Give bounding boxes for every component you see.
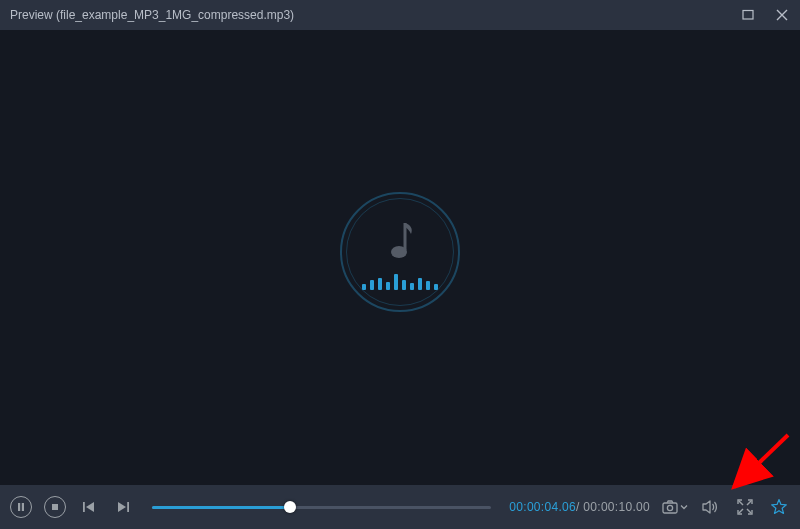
close-icon [776, 9, 788, 21]
stop-button[interactable] [44, 496, 66, 518]
favorite-button[interactable] [768, 496, 790, 518]
equalizer-icon [362, 272, 438, 290]
next-track-icon [116, 500, 130, 514]
svg-point-8 [667, 505, 672, 510]
svg-rect-5 [83, 502, 85, 512]
maximize-icon [742, 9, 754, 21]
current-time: 00:00:04.06 [509, 500, 576, 514]
next-button[interactable] [112, 496, 134, 518]
video-area[interactable] [0, 30, 800, 485]
svg-rect-4 [52, 504, 58, 510]
svg-rect-6 [127, 502, 129, 512]
preview-window: Preview (file_example_MP3_1MG_compressed… [0, 0, 800, 529]
chevron-down-icon [680, 503, 688, 511]
svg-rect-3 [22, 503, 24, 511]
window-title: Preview (file_example_MP3_1MG_compressed… [10, 8, 722, 22]
pause-button[interactable] [10, 496, 32, 518]
snapshot-button[interactable] [662, 496, 688, 518]
pause-icon [17, 503, 25, 511]
time-display: 00:00:04.06/ 00:00:10.00 [509, 500, 650, 514]
duration: 00:00:10.00 [583, 500, 650, 514]
svg-rect-0 [743, 11, 753, 20]
progress-fill [152, 506, 290, 509]
maximize-button[interactable] [740, 7, 756, 23]
fullscreen-icon [737, 499, 753, 515]
close-button[interactable] [774, 7, 790, 23]
svg-rect-2 [18, 503, 20, 511]
star-icon [770, 498, 788, 516]
stop-icon [51, 503, 59, 511]
volume-icon [702, 499, 720, 515]
previous-button[interactable] [78, 496, 100, 518]
progress-bar[interactable] [152, 497, 491, 517]
music-note-icon [383, 220, 417, 262]
titlebar: Preview (file_example_MP3_1MG_compressed… [0, 0, 800, 30]
fullscreen-button[interactable] [734, 496, 756, 518]
camera-icon [662, 500, 678, 514]
audio-visualizer [340, 192, 460, 312]
volume-button[interactable] [700, 496, 722, 518]
svg-rect-7 [663, 503, 677, 513]
svg-point-1 [391, 246, 407, 258]
progress-thumb[interactable] [284, 501, 296, 513]
previous-track-icon [82, 500, 96, 514]
control-bar: 00:00:04.06/ 00:00:10.00 [0, 485, 800, 529]
